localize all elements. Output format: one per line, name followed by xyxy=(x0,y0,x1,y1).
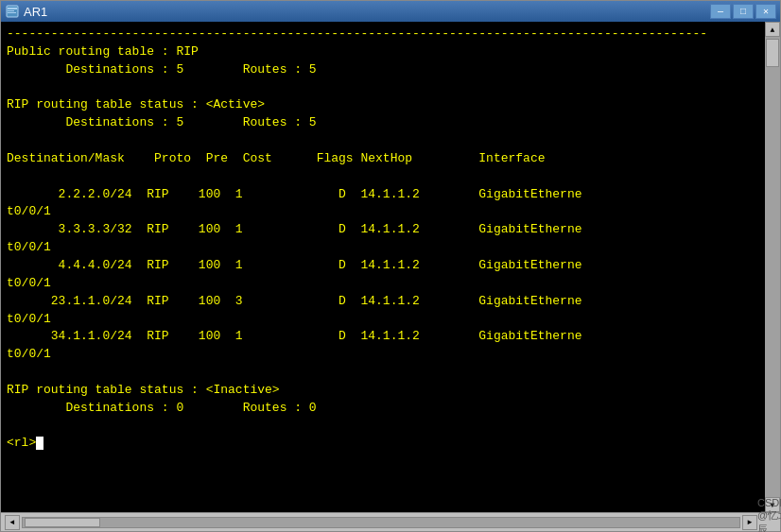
restore-button[interactable]: □ xyxy=(733,4,754,19)
window-title: AR1 xyxy=(24,5,47,19)
terminal-output: ----------------------------------------… xyxy=(7,26,759,453)
title-bar-buttons: — □ ✕ xyxy=(710,4,776,19)
title-bar: AR1 — □ ✕ xyxy=(1,1,780,22)
scroll-track[interactable] xyxy=(765,37,780,497)
terminal-content[interactable]: ----------------------------------------… xyxy=(1,22,765,512)
minimize-button[interactable]: — xyxy=(710,4,731,19)
bottom-bar: ◄ ► CSDN @忆北辰CHINA xyxy=(1,512,780,531)
scrollbar: ▲ ▼ xyxy=(765,22,780,512)
svg-rect-1 xyxy=(8,8,17,9)
svg-rect-3 xyxy=(8,12,16,13)
app-icon xyxy=(5,4,20,19)
terminal-area: ----------------------------------------… xyxy=(1,22,780,512)
close-button[interactable]: ✕ xyxy=(755,4,776,19)
bottom-left: ◄ ► xyxy=(5,515,757,530)
scroll-right-arrow[interactable]: ► xyxy=(742,515,757,530)
svg-rect-2 xyxy=(8,10,14,11)
scroll-up-arrow[interactable]: ▲ xyxy=(765,22,780,37)
title-bar-left: AR1 xyxy=(5,4,47,19)
main-window: AR1 — □ ✕ ------------------------------… xyxy=(0,0,781,532)
watermark: CSDN @忆北辰CHINA xyxy=(757,497,781,533)
scroll-thumb[interactable] xyxy=(766,39,779,67)
cursor xyxy=(36,437,43,450)
scroll-left-arrow[interactable]: ◄ xyxy=(5,515,20,530)
